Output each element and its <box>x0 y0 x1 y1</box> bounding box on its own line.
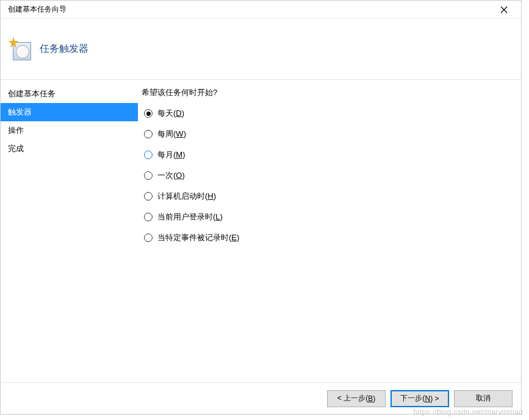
radio-label: 当特定事件被记录时(E) <box>157 232 239 243</box>
radio-weekly[interactable]: 每周(W) <box>144 129 509 140</box>
wizard-body: 创建基本任务 触发器 操作 完成 希望该任务何时开始? 每天(D) 每周(W) … <box>1 80 521 382</box>
radio-indicator <box>144 233 153 242</box>
trigger-prompt: 希望该任务何时开始? <box>142 87 509 98</box>
wizard-content: 希望该任务何时开始? 每天(D) 每周(W) 每月(M) 一次(O) <box>138 80 521 382</box>
close-button[interactable] <box>492 1 516 18</box>
sidebar-item-trigger[interactable]: 触发器 <box>1 103 138 121</box>
radio-specific-event[interactable]: 当特定事件被记录时(E) <box>144 232 509 243</box>
sidebar-item-create-basic-task[interactable]: 创建基本任务 <box>1 85 138 103</box>
radio-label: 每月(M) <box>157 149 185 160</box>
radio-user-logon[interactable]: 当前用户登录时(L) <box>144 212 509 222</box>
radio-indicator <box>144 192 153 201</box>
titlebar: 创建基本任务向导 <box>1 1 521 19</box>
radio-indicator <box>144 151 153 159</box>
radio-indicator <box>144 171 153 180</box>
wizard-footer: < 上一步(B) 下一步(N) > 取消 <box>1 382 521 414</box>
radio-indicator <box>144 109 153 118</box>
sidebar-item-action[interactable]: 操作 <box>1 121 138 140</box>
sidebar-item-finish[interactable]: 完成 <box>1 140 138 158</box>
radio-indicator <box>144 130 153 138</box>
radio-monthly[interactable]: 每月(M) <box>144 149 509 160</box>
svg-marker-2 <box>9 37 18 47</box>
radio-daily[interactable]: 每天(D) <box>144 108 509 119</box>
radio-label: 一次(O) <box>157 170 185 181</box>
trigger-radio-group: 每天(D) 每周(W) 每月(M) 一次(O) 计算机启动时(H) <box>142 108 509 243</box>
radio-label: 当前用户登录时(L) <box>157 212 223 222</box>
cancel-button[interactable]: 取消 <box>454 390 513 407</box>
sidebar: 创建基本任务 触发器 操作 完成 <box>1 80 138 382</box>
radio-label: 计算机启动时(H) <box>157 191 216 202</box>
radio-label: 每周(W) <box>157 129 186 140</box>
radio-indicator <box>144 213 153 221</box>
radio-computer-start[interactable]: 计算机启动时(H) <box>144 191 509 202</box>
wizard-window: 创建基本任务向导 任务触发器 创建基本任务 触发器 操作 完成 希望该任务何时开… <box>0 0 522 415</box>
page-title: 任务触发器 <box>40 43 88 55</box>
window-title: 创建基本任务向导 <box>5 4 67 15</box>
close-icon <box>500 6 508 13</box>
radio-once[interactable]: 一次(O) <box>144 170 509 181</box>
next-button[interactable]: 下一步(N) > <box>390 390 449 407</box>
radio-label: 每天(D) <box>157 108 184 119</box>
back-button[interactable]: < 上一步(B) <box>327 390 386 407</box>
wizard-header: 任务触发器 <box>1 19 521 80</box>
wizard-clock-icon <box>9 38 31 60</box>
